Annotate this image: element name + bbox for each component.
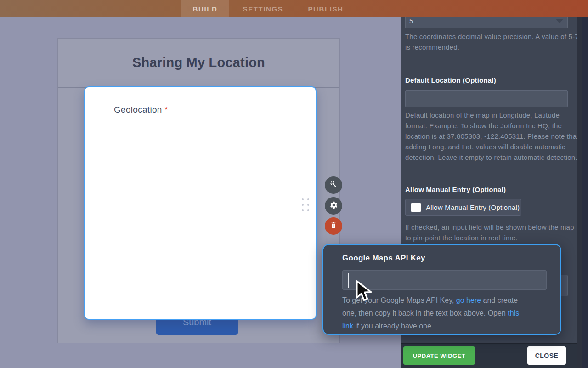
wizard-button[interactable]: [325, 176, 342, 194]
sidebar-scrollbar-track[interactable]: [577, 0, 582, 368]
default-location-label: Default Location (Optional): [405, 76, 496, 84]
manual-entry-checkbox-row[interactable]: Allow Manual Entry (Optional): [405, 199, 521, 216]
api-key-input[interactable]: [342, 270, 547, 290]
field-label-text: Geolocation: [114, 105, 162, 114]
precision-help-text: The coordinates decimal value precision.…: [405, 31, 579, 52]
manual-entry-checkbox[interactable]: [411, 203, 421, 212]
help-text-segment: one, then copy it back in the text box a…: [342, 309, 508, 317]
popup-title: Google Maps API Key: [342, 254, 425, 263]
settings-gear-icon: [329, 201, 338, 211]
go-here-link[interactable]: go here: [456, 296, 481, 304]
drag-dots-handle[interactable]: [302, 198, 309, 211]
sidebar-right-edge-strip: [582, 0, 588, 368]
jotform-builder-window: BUILD SETTINGS PUBLISH Sharing My Locati…: [0, 0, 588, 368]
popup-help-text: To get your Google Maps API Key, go here…: [342, 294, 550, 333]
section-divider: [401, 170, 577, 170]
form-canvas: Sharing My Location Submit Geolocation *: [57, 38, 340, 343]
default-location-help-text: Default location of the map in Longitude…: [405, 110, 579, 163]
tab-build[interactable]: BUILD: [181, 0, 229, 17]
delete-field-button[interactable]: [325, 217, 342, 235]
help-text-segment: if you already have one.: [353, 322, 433, 330]
tab-settings[interactable]: SETTINGS: [234, 0, 292, 17]
field-label: Geolocation *: [114, 105, 168, 115]
manual-entry-label: Allow Manual Entry (Optional): [405, 186, 506, 193]
required-asterisk-glyph: *: [164, 105, 168, 114]
settings-footer-bar: UPDATE WIDGET CLOSE: [401, 343, 588, 368]
close-button[interactable]: CLOSE: [527, 346, 566, 365]
form-header: Sharing My Location: [58, 39, 339, 88]
this-link-part2[interactable]: link: [342, 322, 353, 330]
default-location-input[interactable]: [405, 90, 568, 107]
text-caret: [348, 273, 349, 288]
geolocation-field-card[interactable]: Geolocation *: [84, 86, 317, 320]
google-maps-api-key-popup: Google Maps API Key To get your Google M…: [322, 244, 561, 335]
magic-wand-icon: [329, 180, 338, 190]
trash-icon: [330, 221, 337, 231]
chevron-down-icon: [556, 19, 563, 23]
help-text-segment: To get your Google Maps API Key,: [342, 296, 456, 304]
update-widget-button[interactable]: UPDATE WIDGET: [403, 346, 475, 365]
top-navigation-bar: BUILD SETTINGS PUBLISH: [0, 0, 588, 17]
this-link-part1[interactable]: this: [508, 309, 519, 317]
manual-entry-help-text: If checked, an input field will be shown…: [405, 222, 574, 243]
manual-entry-checkbox-label: Allow Manual Entry (Optional): [426, 204, 520, 211]
tab-publish[interactable]: PUBLISH: [298, 0, 354, 17]
help-text-segment: and create: [481, 296, 518, 304]
field-settings-button[interactable]: [325, 197, 342, 215]
section-divider: [401, 62, 577, 62]
form-title: Sharing My Location: [58, 55, 339, 70]
